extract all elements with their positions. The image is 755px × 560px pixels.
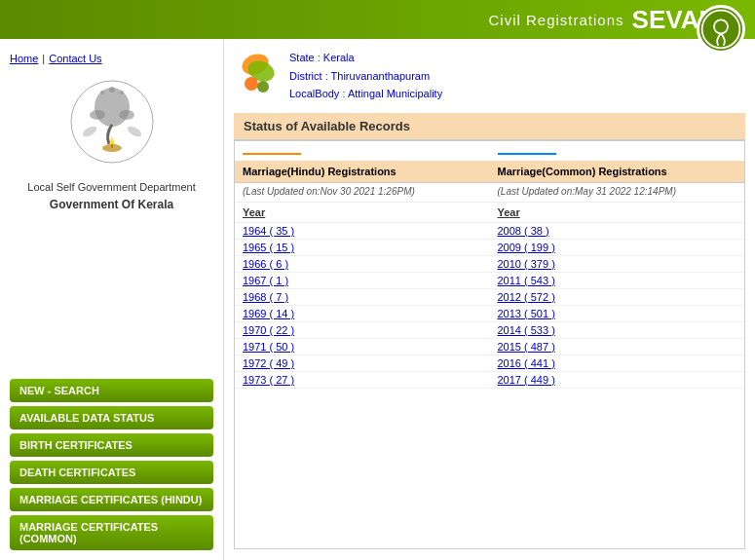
column-header-row: Marriage(Hindu) Registrations Marriage(C… (235, 161, 744, 183)
col1-year-0[interactable]: 1964 ( 35 ) (243, 225, 294, 237)
svg-point-16 (245, 77, 258, 91)
col2-year-7[interactable]: 2015 ( 487 ) (498, 341, 555, 353)
marriage-common-button[interactable]: MARRIAGE CERTIFICATES (Common) (10, 515, 213, 550)
divider-row (235, 141, 744, 161)
col1-year-3[interactable]: 1967 ( 1 ) (243, 275, 288, 286)
sidebar: Home | Contact Us (0, 39, 224, 560)
table-row: 1968 ( 7 ) 2012 ( 572 ) (235, 289, 744, 306)
table-row: 1973 ( 27 ) 2017 ( 449 ) (235, 372, 744, 389)
status-title: Status of Available Records (234, 113, 745, 141)
state-info: State : Kerala (289, 49, 442, 67)
col2-year-2[interactable]: 2010 ( 379 ) (498, 258, 555, 270)
status-scroll[interactable]: Marriage(Hindu) Registrations Marriage(C… (234, 141, 745, 549)
col2-year-0[interactable]: 2008 ( 38 ) (498, 225, 549, 237)
main-content: State : Kerala District : Thiruvananthap… (224, 39, 755, 560)
new-search-button[interactable]: New - Search (10, 379, 213, 402)
table-row: 1971 ( 50 ) 2015 ( 487 ) (235, 339, 744, 355)
updated-row: (Last Updated on:Nov 30 2021 1:26PM) (La… (235, 183, 744, 203)
col2-year-9[interactable]: 2017 ( 449 ) (498, 374, 555, 386)
table-row: 1967 ( 1 ) 2011 ( 543 ) (235, 273, 744, 289)
table-row: 1966 ( 6 ) 2010 ( 379 ) ⇐ (235, 256, 744, 273)
table-row: 1964 ( 35 ) 2008 ( 38 ) (235, 223, 744, 240)
svg-marker-8 (109, 136, 115, 144)
nav-contact[interactable]: Contact Us (49, 53, 101, 64)
svg-point-10 (126, 125, 143, 139)
sidebar-buttons: New - Search Available Data status BIRTH… (0, 379, 223, 560)
col2-header: Marriage(Common) Registrations (490, 161, 745, 183)
col2-year-8[interactable]: 2016 ( 441 ) (498, 357, 555, 369)
col1-year-header: Year (235, 203, 490, 223)
marriage-hindu-button[interactable]: MARRIAGE CERTIFICATES (Hindu) (10, 488, 213, 511)
col2-year-3[interactable]: 2011 ( 543 ) (498, 275, 555, 286)
info-details: State : Kerala District : Thiruvananthap… (289, 49, 442, 103)
table-row: 1969 ( 14 ) 2013 ( 501 ) (235, 306, 744, 322)
col2-year-1[interactable]: 2009 ( 199 ) (498, 242, 555, 253)
col1-year-5[interactable]: 1969 ( 14 ) (243, 308, 294, 319)
table-row: 1965 ( 15 ) 2009 ( 199 ) (235, 240, 744, 256)
svg-point-5 (119, 110, 134, 120)
death-certificates-button[interactable]: DEATH CERTIFICATES (10, 461, 213, 484)
svg-point-4 (90, 110, 105, 120)
sidebar-nav: Home | Contact Us (0, 49, 223, 68)
col2-updated: (Last Updated on:May 31 2022 12:14PM) (490, 183, 745, 203)
district-info: District : Thiruvananthapuram (289, 67, 442, 86)
svg-point-9 (81, 125, 98, 139)
table-row: 1972 ( 49 ) 2016 ( 441 ) (235, 355, 744, 372)
col1-updated: (Last Updated on:Nov 30 2021 1:26PM) (235, 183, 490, 203)
col2-year-5[interactable]: 2013 ( 501 ) (498, 308, 555, 319)
layout: Home | Contact Us (0, 39, 755, 560)
year-header-row: Year Year (235, 203, 744, 223)
nav-home[interactable]: Home (10, 53, 38, 64)
svg-point-12 (100, 91, 104, 94)
records-table: Marriage(Hindu) Registrations Marriage(C… (235, 141, 744, 389)
sidebar-dept-text: Local Self Government Department Governm… (27, 179, 195, 213)
svg-point-17 (257, 81, 269, 93)
col2-year-4[interactable]: 2012 ( 572 ) (498, 291, 555, 303)
gov-label: Government Of Kerala (27, 196, 195, 213)
status-area: Status of Available Records (234, 113, 745, 550)
col1-year-1[interactable]: 1965 ( 15 ) (243, 242, 294, 253)
dept-label: Local Self Government Department (27, 179, 195, 196)
local-body-info: LocalBody : Attingal Municipality (289, 85, 442, 103)
header: Civil Registrations SEVANA (0, 0, 755, 39)
available-data-button[interactable]: Available Data status (10, 406, 213, 429)
kerala-emblem (68, 78, 156, 166)
svg-point-13 (120, 91, 124, 94)
col2-year-header: Year (490, 203, 745, 223)
header-title: Civil Registrations (489, 12, 624, 28)
col2-year-6[interactable]: 2014 ( 533 ) (498, 324, 555, 336)
table-row: 1970 ( 22 ) 2014 ( 533 ) (235, 322, 744, 339)
info-bar: State : Kerala District : Thiruvananthap… (234, 49, 745, 103)
col1-year-9[interactable]: 1973 ( 27 ) (243, 374, 294, 386)
header-logo (697, 5, 745, 54)
info-logo (234, 50, 278, 103)
col1-header: Marriage(Hindu) Registrations (235, 161, 490, 183)
birth-certificates-button[interactable]: BIRTH CERTIFICATES (10, 433, 213, 457)
col1-year-8[interactable]: 1972 ( 49 ) (243, 357, 294, 369)
nav-separator: | (42, 53, 45, 64)
svg-point-3 (94, 88, 130, 127)
col1-year-4[interactable]: 1968 ( 7 ) (243, 291, 288, 303)
col1-year-7[interactable]: 1971 ( 50 ) (243, 341, 294, 353)
col1-year-2[interactable]: 1966 ( 6 ) (243, 258, 288, 270)
svg-point-0 (702, 11, 740, 49)
col1-year-6[interactable]: 1970 ( 22 ) (243, 324, 294, 336)
svg-point-11 (109, 87, 115, 93)
